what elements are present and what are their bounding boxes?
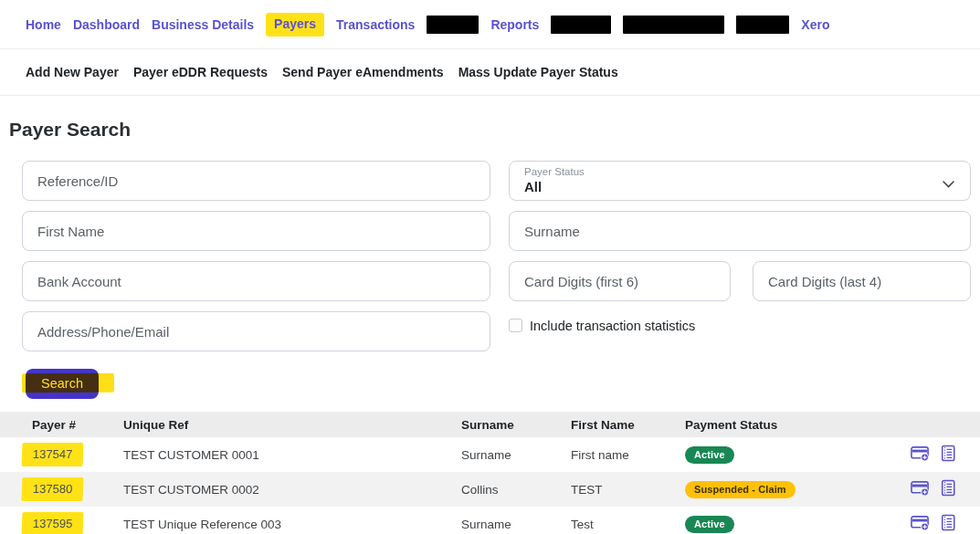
search-button-row: Search xyxy=(26,369,980,399)
address-phone-email-input[interactable] xyxy=(22,311,490,351)
first-name-input[interactable] xyxy=(22,211,490,251)
card-digits-last4-input[interactable] xyxy=(753,261,971,301)
table-row: 137595 TEST Unique Reference 003 Surname… xyxy=(0,507,980,534)
payment-status-badge: Suspended - Claim xyxy=(685,481,796,498)
nav-item-business-details[interactable]: Business Details xyxy=(152,17,254,32)
nav-item-transactions[interactable]: Transactions xyxy=(336,17,415,32)
redacted-nav-item[interactable] xyxy=(623,16,724,34)
col-header-actions xyxy=(904,412,980,437)
nav-item-xero[interactable]: Xero xyxy=(801,17,829,32)
payment-status-badge: Active xyxy=(685,446,734,464)
chevron-down-icon xyxy=(943,176,954,191)
card-add-icon[interactable] xyxy=(911,480,930,499)
payer-search-form: Payer Status All xyxy=(22,161,971,351)
redacted-nav-item[interactable] xyxy=(551,16,611,34)
payer-status-select[interactable]: Payer Status All xyxy=(509,161,971,201)
first-name-cell: TEST xyxy=(571,472,685,507)
surname-cell: Collins xyxy=(461,472,571,507)
surname-input[interactable] xyxy=(509,211,971,251)
table-row: 137580 TEST CUSTOMER 0002 Collins TEST S… xyxy=(0,472,980,507)
include-transaction-statistics-checkbox[interactable] xyxy=(509,319,522,332)
col-header-unique-ref: Unique Ref xyxy=(123,412,461,437)
table-row: 137547 TEST CUSTOMER 0001 Surname First … xyxy=(0,437,980,472)
nav-item-reports[interactable]: Reports xyxy=(490,17,539,32)
search-button[interactable]: Search xyxy=(26,369,99,399)
top-nav: Home Dashboard Business Details Payers T… xyxy=(0,0,980,49)
payer-results-table: Payer # Unique Ref Surname First Name Pa… xyxy=(0,412,980,534)
include-transaction-statistics-label: Include transaction statistics xyxy=(530,319,695,333)
bank-account-input[interactable] xyxy=(22,261,490,301)
payer-id-link-highlighted[interactable]: 137580 xyxy=(22,477,84,501)
col-header-surname: Surname xyxy=(461,412,571,437)
journal-icon[interactable] xyxy=(940,445,956,465)
col-header-first-name: First Name xyxy=(571,412,685,437)
page-title: Payer Search xyxy=(9,119,980,141)
payer-sub-nav: Add New Payer Payer eDDR Requests Send P… xyxy=(0,49,980,96)
nav-item-dashboard[interactable]: Dashboard xyxy=(73,17,140,32)
card-add-icon[interactable] xyxy=(911,515,930,534)
nav-item-payers-highlighted[interactable]: Payers xyxy=(266,13,324,37)
journal-icon[interactable] xyxy=(940,479,956,499)
payer-status-label: Payer Status xyxy=(524,166,933,178)
card-digits-first6-input[interactable] xyxy=(509,261,731,301)
surname-cell: Surname xyxy=(461,437,571,472)
payer-status-value: All xyxy=(524,178,933,195)
payer-id-link-highlighted[interactable]: 137595 xyxy=(22,512,84,534)
redacted-nav-item[interactable] xyxy=(736,16,789,34)
card-add-icon[interactable] xyxy=(911,445,930,465)
nav-item-home[interactable]: Home xyxy=(26,17,61,32)
subnav-add-new-payer[interactable]: Add New Payer xyxy=(26,65,119,79)
table-header-row: Payer # Unique Ref Surname First Name Pa… xyxy=(0,412,980,437)
redacted-nav-item[interactable] xyxy=(427,16,479,34)
subnav-mass-update-payer-status[interactable]: Mass Update Payer Status xyxy=(458,65,618,79)
payer-id-link-highlighted[interactable]: 137547 xyxy=(22,443,84,466)
subnav-send-payer-eamendments[interactable]: Send Payer eAmendments xyxy=(282,65,444,79)
subnav-payer-eddr-requests[interactable]: Payer eDDR Requests xyxy=(133,65,268,79)
reference-id-input[interactable] xyxy=(22,161,490,201)
col-header-payer-no: Payer # xyxy=(0,412,123,437)
unique-ref-cell: TEST CUSTOMER 0002 xyxy=(123,472,461,507)
surname-cell: Surname xyxy=(461,507,571,534)
journal-icon[interactable] xyxy=(940,514,956,534)
payment-status-badge: Active xyxy=(685,516,734,533)
first-name-cell: First name xyxy=(571,437,685,472)
first-name-cell: Test xyxy=(571,507,685,534)
unique-ref-cell: TEST CUSTOMER 0001 xyxy=(123,437,461,472)
col-header-payment-status: Payment Status xyxy=(685,412,904,437)
unique-ref-cell: TEST Unique Reference 003 xyxy=(123,507,461,534)
